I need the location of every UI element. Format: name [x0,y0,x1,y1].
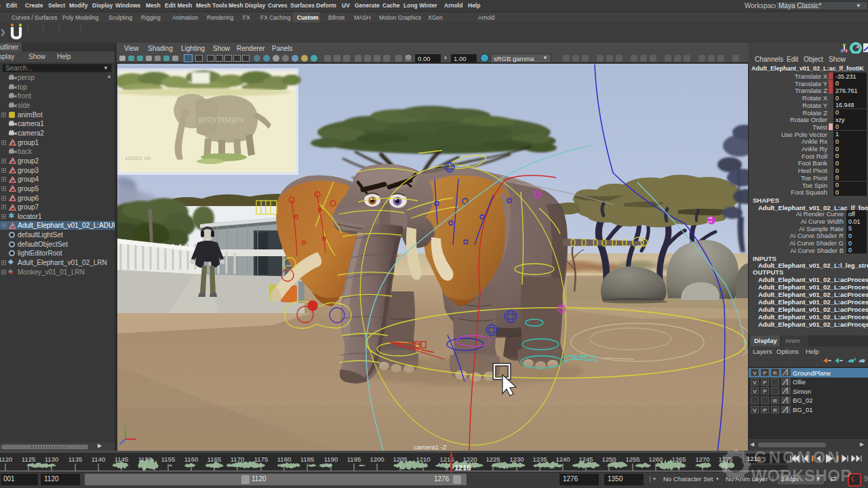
svg-text:1120: 1120 [0,455,12,463]
svg-text:1125: 1125 [22,455,35,463]
svg-text:1255: 1255 [625,455,639,463]
svg-text:JTA: JTA [707,216,712,220]
svg-text:1260: 1260 [648,455,663,463]
svg-text:1200: 1200 [370,455,384,463]
svg-text:1160: 1160 [184,455,198,463]
svg-text:1175: 1175 [254,455,268,463]
svg-text:Y: Y [123,423,127,428]
svg-text:1190: 1190 [324,455,338,463]
svg-text:1185: 1185 [300,455,314,463]
svg-text:1225: 1225 [486,455,500,463]
svg-text:gettyimages: gettyimages [198,114,244,124]
svg-text:camera1 -Z: camera1 -Z [414,443,447,451]
svg-text:1130: 1130 [45,455,58,463]
svg-text:WORKSHOP: WORKSHOP [751,466,852,485]
svg-text:1250: 1250 [601,455,616,463]
svg-text:1240: 1240 [555,455,570,463]
svg-text:THE: THE [741,451,747,464]
svg-text:1165: 1165 [208,455,221,463]
svg-text:1140: 1140 [92,455,105,463]
svg-text:1230: 1230 [509,455,524,463]
svg-text:GNOMON: GNOMON [754,448,842,466]
svg-text:1195: 1195 [347,455,361,463]
svg-text:4233611 HD: 4233611 HD [125,156,151,161]
svg-text:1170: 1170 [231,455,244,463]
svg-text:1216: 1216 [454,464,471,472]
svg-text:1180: 1180 [277,455,291,463]
svg-text:1235: 1235 [532,455,547,463]
svg-text:STP: STP [707,220,713,224]
svg-text:1155: 1155 [161,455,175,463]
svg-text:1265: 1265 [671,455,686,463]
svg-text:1135: 1135 [68,455,82,463]
